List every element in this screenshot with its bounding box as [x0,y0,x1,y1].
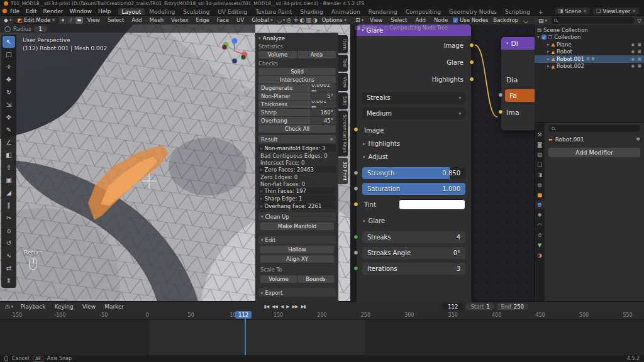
outliner-object-row[interactable]: ▸ ▲ Robot ⚙ ▼ ◉ ▣ [535,48,644,56]
collection-checkbox[interactable]: ✓ [541,35,547,40]
tint-input-socket[interactable] [353,202,358,207]
editor-type-icon[interactable]: ◷▾ [4,304,14,310]
inset-faces-tool[interactable]: ▣ [3,174,15,186]
outliner-object-row[interactable]: ▸ ▲ Plane ⚙ ▼ ◉ ▣ [535,41,644,48]
spin-tool[interactable]: ↺ [3,237,15,249]
partial-node-animated-field[interactable]: Fa [505,89,535,102]
gizmo-y-neg-axis[interactable] [241,55,246,60]
topbar-menu[interactable]: Help [95,8,114,14]
editor-type-icon[interactable]: ⊡▾ [354,17,365,23]
current-frame-field[interactable]: 112 [442,303,464,310]
scale-bounds-button[interactable]: Bounds [297,275,334,283]
cursor-tool[interactable]: ✛ [3,61,15,73]
outliner-search-input[interactable] [551,17,635,24]
knife-tool[interactable]: ✂ [3,212,15,224]
world-tab[interactable]: ◍ [535,180,545,189]
viewport-menu[interactable]: Add [128,17,145,23]
node-value-slider[interactable]: Saturation1.000 [362,183,465,195]
tool-tab[interactable]: ⚒ [535,130,545,138]
compositor-menu[interactable]: View [367,17,386,23]
pan-icon[interactable]: ✥ [236,86,248,94]
shading-mode-icon[interactable]: ◑ [313,17,318,23]
smooth-tool[interactable]: ∿ [3,250,15,261]
workspace-tab[interactable]: Layout [118,8,145,16]
check-intersections-button[interactable]: Intersections [258,76,336,84]
glare-section-toggle[interactable]: ▾ Glare [362,214,465,228]
topbar-menu[interactable]: Window [67,8,96,14]
edit-section-header[interactable]: ▾ Edit [258,236,336,244]
node-number-field[interactable]: Streaks Angle0° [362,247,465,259]
disable-in-render-icon[interactable]: ▣ [637,49,641,54]
viewport-menu[interactable]: Face [214,17,232,23]
collection-row[interactable]: ▾ ✓ ❐ Collection [535,34,644,41]
image-link-noodle[interactable] [475,45,497,118]
cleanup-section-header[interactable]: ▾ Clean Up [258,212,336,221]
scene-tab[interactable]: ◨ [535,170,545,178]
modifiers-tab[interactable]: ⚙ [535,200,545,209]
compositor-menu[interactable]: Add [412,17,428,23]
loop-cut-tool[interactable]: ∥ [3,199,15,211]
workspace-tab[interactable]: Scripting [501,8,534,16]
highlights-section-toggle[interactable]: ▸ Highlights [362,137,465,150]
constraints-tab[interactable]: ⊜ [535,231,545,239]
transform-orientation-dropdown[interactable]: Global▾ [248,17,276,24]
use-nodes-checkbox[interactable]: ✓ Use Nodes [453,17,488,23]
adjust-section-toggle[interactable]: ▾ Adjust [362,150,465,163]
extrude-tool[interactable]: ⇧ [3,162,15,173]
gizmo-z-neg-axis[interactable] [232,58,237,63]
snap-magnet-icon[interactable]: ◡ [523,17,528,23]
workspace-tab[interactable]: Rendering [365,8,401,16]
node-value-slider[interactable]: Strength0.850 [362,167,465,179]
editor-type-icon[interactable]: ◆▾ [3,17,13,23]
scene-collection-row[interactable]: ▤ Scene Collection [535,26,644,34]
area-button[interactable]: Area [297,51,336,58]
select-box-tool[interactable]: □ [3,48,15,60]
image-input-socket[interactable] [353,127,358,132]
remove-view-layer-icon[interactable]: ✕ [632,9,636,14]
workspace-tab[interactable]: Animation [328,8,364,16]
input-socket[interactable] [353,234,358,239]
output-socket[interactable] [469,43,474,48]
properties-breadcrumb[interactable]: ▬ Robot.001 ✽ [548,135,640,143]
viewport-menu[interactable]: Mesh [147,17,167,23]
fac-input-socket[interactable] [498,92,503,97]
workspace-tab[interactable]: Geometry Nodes [445,8,501,16]
properties-search-input[interactable] [548,125,640,132]
play-button[interactable]: ▶ [286,304,289,309]
outliner-object-row[interactable]: ▸ ▲ Robot.001 ⚙ ▼ ◉ ▣ [535,55,644,63]
gizmo-x-neg-axis[interactable] [222,45,227,50]
topbar-menu[interactable]: Render [40,8,67,14]
glare-type-dropdown[interactable]: Streaks ▾ [362,92,465,104]
check-value-row[interactable]: Overhang45° [258,117,336,124]
rotate-tool[interactable]: ↻ [3,86,15,98]
material-tab[interactable]: ◑ [535,251,545,259]
jump-to-start-button[interactable]: ▮◀ [264,304,269,309]
expand-icon[interactable]: ▸ [547,63,550,69]
workspace-tab[interactable]: Modeling [145,8,179,16]
show-gizmo-icon[interactable]: ✛ [294,17,299,23]
play-reverse-button[interactable]: ◀ [280,304,283,309]
workspace-tab[interactable]: Texture Paint [252,8,296,16]
hide-in-viewport-icon[interactable]: ◉ [631,63,635,69]
check-all-button[interactable]: Check All [258,125,336,133]
camera-view-icon[interactable]: ▣ [236,99,248,107]
result-row[interactable]: ▹ Overhang Face: 2261 [258,202,336,209]
output-tab[interactable]: ▤ [535,150,545,158]
disable-in-render-icon[interactable]: ▣ [637,42,641,47]
render-tab[interactable]: ◙ [535,140,545,148]
partial-node[interactable]: ▾ Di Dia Fa Ima [501,36,535,131]
timeline-ruler[interactable]: -150 -100 -50 0 50 100 150 200 250 300 3… [0,311,644,320]
topbar-menu[interactable]: Edit [23,8,40,14]
sidebar-tab[interactable]: View [338,73,348,92]
expand-icon[interactable]: ▸ [547,57,550,62]
input-socket[interactable] [353,170,358,175]
frame-start-field[interactable]: Start1 [466,303,494,310]
unlink-scene-icon[interactable]: ✕ [583,9,587,14]
orientation-gizmo[interactable] [220,36,249,65]
topbar-menu[interactable]: File [7,8,23,14]
pin-icon[interactable]: ✽ [636,136,640,142]
measure-tool[interactable]: ∠ [3,136,15,148]
filter-icon[interactable]: ▽ [637,18,641,24]
current-frame-indicator[interactable]: 112 [235,311,252,319]
output-socket[interactable] [469,77,474,82]
